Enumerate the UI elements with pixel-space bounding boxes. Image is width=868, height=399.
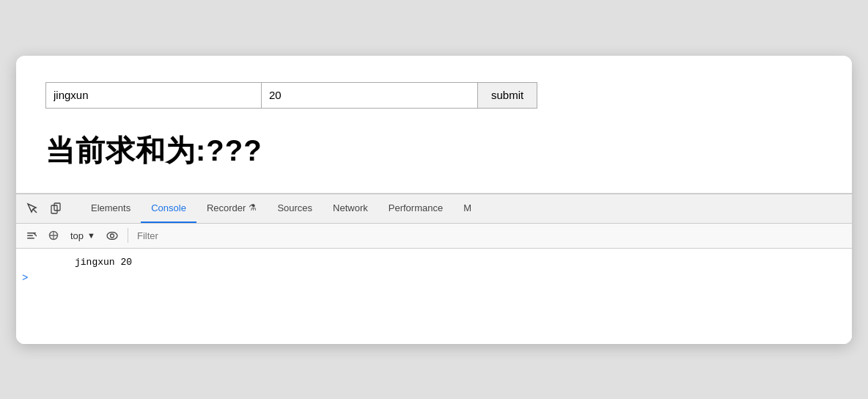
tab-network[interactable]: Network [323, 194, 378, 224]
form-row: submit [45, 82, 823, 109]
tab-performance[interactable]: Performance [378, 194, 453, 224]
filter-icon[interactable] [44, 226, 63, 245]
console-toolbar: top ▼ [16, 224, 852, 249]
device-toolbar-icon[interactable] [45, 198, 66, 219]
console-output: jingxun 20 > [16, 249, 852, 344]
tab-sources[interactable]: Sources [267, 194, 323, 224]
prompt-arrow-icon: > [22, 272, 28, 284]
clear-console-icon[interactable] [22, 226, 41, 245]
console-prompt-line: > [16, 270, 852, 286]
devtools-tabs-bar: Elements Console Recorder ⚗ Sources Netw… [16, 194, 852, 224]
context-selector[interactable]: top ▼ [66, 229, 100, 243]
filter-input[interactable] [134, 229, 846, 243]
tab-console[interactable]: Console [141, 194, 196, 224]
console-log-entry: jingxun 20 [16, 255, 852, 270]
svg-rect-5 [27, 238, 34, 239]
page-heading: 当前求和为:??? [45, 131, 823, 171]
dropdown-arrow-icon: ▼ [87, 231, 95, 240]
devtools-icon-group [22, 198, 73, 219]
toolbar-divider [128, 228, 128, 243]
svg-rect-3 [27, 233, 36, 234]
svg-line-0 [33, 209, 37, 213]
tab-elements[interactable]: Elements [81, 194, 141, 224]
tab-recorder[interactable]: Recorder ⚗ [196, 194, 267, 224]
tab-more[interactable]: M [453, 194, 482, 224]
eye-icon[interactable] [103, 226, 122, 245]
browser-window: submit 当前求和为:??? [16, 56, 852, 344]
submit-button[interactable]: submit [478, 82, 537, 109]
svg-line-6 [34, 233, 37, 236]
page-content: submit 当前求和为:??? [16, 56, 852, 194]
number-input[interactable] [262, 82, 478, 109]
inspect-element-icon[interactable] [22, 198, 43, 219]
svg-rect-4 [27, 235, 33, 237]
devtools-panel: Elements Console Recorder ⚗ Sources Netw… [16, 194, 852, 344]
svg-point-11 [110, 234, 114, 238]
recorder-flask-icon: ⚗ [249, 202, 257, 213]
svg-point-10 [107, 232, 117, 239]
name-input[interactable] [45, 82, 262, 109]
